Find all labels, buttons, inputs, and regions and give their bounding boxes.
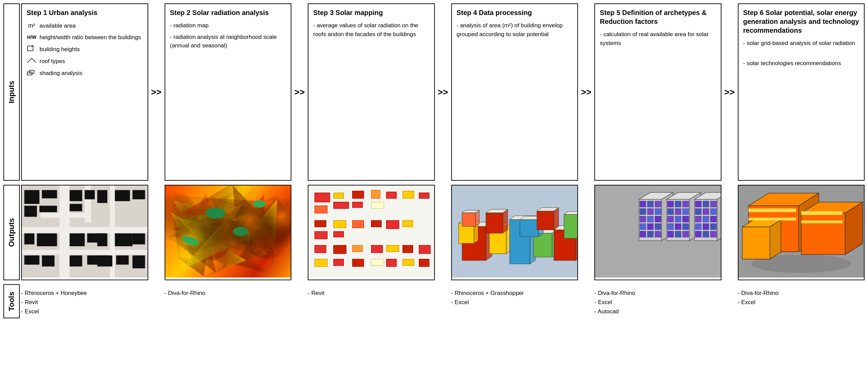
output3-box (308, 185, 435, 280)
step1-content: m² available area H/W height/width ratio… (27, 21, 143, 81)
tools5-line3: - Autocad (594, 307, 721, 316)
outputs-container: >> >> >> >> >> (21, 185, 865, 280)
step3-content: - average values of solar radiation on t… (313, 21, 429, 41)
step2-box: Step 2 Solar radiation analysis - radiat… (165, 3, 292, 181)
arrow3: >> (437, 3, 449, 181)
input-solar-tech: - solar technologies recommendations (743, 59, 859, 68)
bullet2b: - radiation analysis at neighborhood sca… (170, 33, 286, 50)
input-shading: shading analysis (27, 69, 143, 78)
step5-title: Step 5 Definition of archetypes & Reduct… (600, 8, 716, 26)
output3-canvas (308, 185, 434, 278)
tools-row: Tools - Rhinoceros + Honeybee - Revit - … (3, 284, 865, 318)
main-container: Inputs Step 1 Urban analysis m² availabl… (0, 0, 868, 322)
tools2-line1: - Diva-for-Rhino (165, 288, 292, 298)
tools1-line2: - Revit (21, 298, 148, 307)
tools4-line2: - Excel (451, 298, 578, 307)
output6-canvas (738, 185, 864, 278)
output2-canvas (165, 185, 291, 278)
input-roof-types: roof types (27, 57, 143, 66)
tools4-line1: - Rhinoceros + Grasshopper (451, 288, 578, 298)
step1-box: Step 1 Urban analysis m² available area … (21, 3, 148, 181)
input-available-area: m² available area (27, 21, 143, 30)
outputs-label: Outputs (3, 185, 20, 280)
inputs-row: Inputs Step 1 Urban analysis m² availabl… (3, 3, 865, 181)
step6-title: Step 6 Solar potential, solar energy gen… (743, 8, 859, 35)
input-radiation-map: - radiation map (170, 21, 286, 30)
inputs-label: Inputs (3, 3, 20, 181)
output4-canvas (452, 185, 578, 278)
bullet4a: - analysis of area (m²) of building enve… (457, 21, 573, 39)
step1-title: Step 1 Urban analysis (27, 8, 143, 17)
bullet6a: - solar grid-based analysis of solar rad… (743, 39, 855, 48)
input-radiation-analysis: - radiation analysis at neighborhood sca… (170, 33, 286, 50)
input-solar-mapping: - average values of solar radiation on t… (313, 21, 429, 39)
building-heights-icon: H (27, 45, 37, 54)
bullet6b: - solar technologies recommendations (743, 59, 841, 68)
input-archetypes: - calculation of real available area for… (600, 30, 716, 47)
input-area-text: available area (40, 21, 76, 30)
tools-container: - Rhinoceros + Honeybee - Revit - Excel … (21, 286, 865, 318)
input-hw-ratio: H/W height/width ratio between the build… (27, 33, 143, 42)
hw-text: height/width ratio between the buildings (40, 33, 141, 42)
roof-types-text: roof types (40, 57, 65, 66)
tools-label: Tools (3, 284, 20, 318)
bullet5a: - calculation of real available area for… (600, 30, 716, 47)
shading-text: shading analysis (40, 69, 82, 78)
building-heights-text: building heights (40, 45, 80, 54)
step4-content: - analysis of area (m²) of building enve… (457, 21, 573, 41)
tools3-box: - Revit (308, 286, 435, 318)
svg-text:H: H (32, 45, 34, 47)
step6-content: - solar grid-based analysis of solar rad… (743, 39, 859, 71)
tools2-box: - Diva-for-Rhino (165, 286, 292, 318)
step2-content: - radiation map - radiation analysis at … (170, 21, 286, 53)
step4-title: Step 4 Data processing (457, 8, 573, 17)
output5-canvas (595, 185, 721, 278)
input-building-heights: H building heights (27, 45, 143, 54)
output4-box (451, 185, 578, 280)
output1-canvas (22, 185, 148, 278)
step3-title: Step 3 Solar mapping (313, 8, 429, 17)
tools1-line1: - Rhinoceros + Honeybee (21, 288, 148, 298)
bullet3a: - average values of solar radiation on t… (313, 21, 429, 39)
step5-content: - calculation of real available area for… (600, 30, 716, 50)
hw-icon: H/W (27, 34, 37, 41)
output2-box (165, 185, 292, 280)
step2-title: Step 2 Solar radiation analysis (170, 8, 286, 17)
tools6-box: - Diva-for-Rhino - Excel (738, 286, 865, 318)
shading-icon (27, 69, 37, 78)
step3-box: Step 3 Solar mapping - average values of… (308, 3, 435, 181)
output5-box (594, 185, 721, 280)
tools6-line2: - Excel (738, 298, 865, 307)
m2-icon: m² (27, 21, 37, 30)
tools4-box: - Rhinoceros + Grasshopper - Excel (451, 286, 578, 318)
step4-box: Step 4 Data processing - analysis of are… (451, 3, 578, 181)
arrow1: >> (150, 3, 163, 181)
tools6-line1: - Diva-for-Rhino (738, 288, 865, 298)
tools5-line1: - Diva-for-Rhino (594, 288, 721, 298)
arrow4: >> (580, 3, 592, 181)
outputs-row: Outputs >> >> >> >> (3, 185, 865, 280)
input-solar-potential: - solar grid-based analysis of solar rad… (743, 39, 859, 48)
step6-box: Step 6 Solar potential, solar energy gen… (738, 3, 865, 181)
tools1-line3: - Excel (21, 307, 148, 316)
roof-types-icon (27, 57, 37, 66)
input-data-processing: - analysis of area (m²) of building enve… (457, 21, 573, 39)
output1-box (21, 185, 148, 280)
tools5-box: - Diva-for-Rhino - Excel - Autocad (594, 286, 721, 318)
tools5-line2: - Excel (594, 298, 721, 307)
steps-container: Step 1 Urban analysis m² available area … (21, 3, 865, 181)
step5-box: Step 5 Definition of archetypes & Reduct… (594, 3, 721, 181)
arrow5: >> (724, 3, 736, 181)
arrow2: >> (293, 3, 306, 181)
output6-box (738, 185, 865, 280)
tools3-line1: - Revit (308, 288, 435, 298)
bullet2a: - radiation map (170, 21, 209, 30)
tools1-box: - Rhinoceros + Honeybee - Revit - Excel (21, 286, 148, 318)
